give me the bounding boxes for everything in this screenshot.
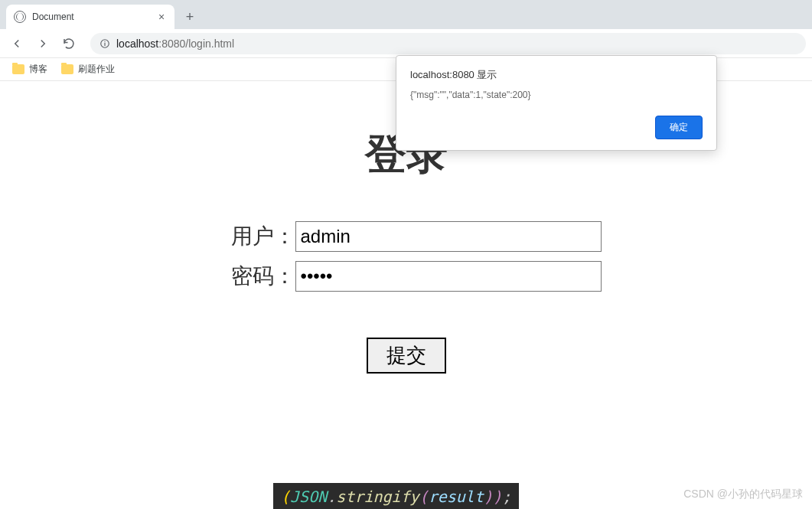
watermark: CSDN @小孙的代码星球: [683, 488, 803, 501]
back-button[interactable]: [6, 33, 28, 54]
password-label: 密码：: [211, 262, 295, 291]
folder-icon: [61, 64, 73, 74]
submit-row: 提交: [192, 338, 621, 374]
browser-toolbar: localhost:8080/login.html: [0, 29, 812, 58]
new-tab-button[interactable]: +: [179, 6, 201, 28]
arrow-left-icon: [10, 37, 24, 51]
tab-strip: Document × +: [0, 0, 812, 29]
tab-title: Document: [32, 11, 150, 22]
arrow-right-icon: [36, 37, 50, 51]
alert-ok-button[interactable]: 确定: [655, 116, 703, 139]
alert-body: {"msg":"","data":1,"state":200}: [410, 90, 703, 100]
bookmark-label: 博客: [29, 63, 47, 76]
password-input[interactable]: [295, 261, 602, 292]
login-form: 登录 用户： 密码： 提交: [192, 127, 621, 374]
form-row-password: 密码：: [192, 261, 621, 292]
bookmark-item[interactable]: 刷题作业: [61, 63, 115, 76]
url-text: localhost:8080/login.html: [116, 38, 234, 50]
alert-dialog: localhost:8080 显示 {"msg":"","data":1,"st…: [396, 55, 717, 151]
user-label: 用户：: [211, 222, 295, 251]
alert-title: localhost:8080 显示: [410, 68, 703, 82]
reload-button[interactable]: [58, 33, 80, 54]
globe-icon: [14, 11, 26, 23]
code-snippet: (JSON.stringify(result));: [273, 483, 519, 509]
bookmark-item[interactable]: 博客: [12, 63, 47, 76]
folder-icon: [12, 64, 24, 74]
address-bar[interactable]: localhost:8080/login.html: [90, 33, 806, 54]
alert-actions: 确定: [410, 116, 703, 139]
forward-button[interactable]: [32, 33, 54, 54]
bookmark-label: 刷题作业: [78, 63, 115, 76]
info-icon[interactable]: [99, 38, 110, 49]
form-row-user: 用户：: [192, 221, 621, 252]
close-icon[interactable]: ×: [156, 11, 167, 22]
user-input[interactable]: [295, 221, 602, 252]
submit-button[interactable]: 提交: [367, 338, 446, 374]
svg-point-2: [104, 41, 105, 41]
browser-tab[interactable]: Document ×: [6, 5, 174, 29]
reload-icon: [62, 37, 76, 51]
